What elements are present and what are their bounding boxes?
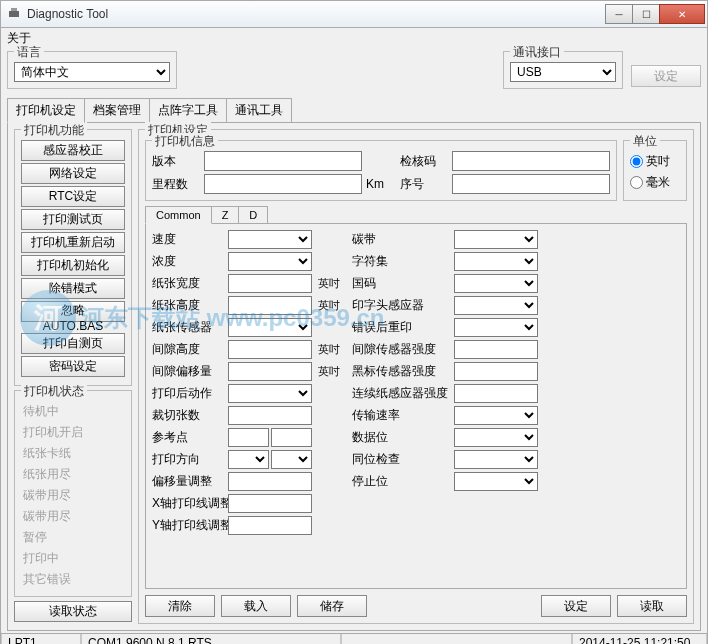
- baud-select[interactable]: [454, 406, 538, 425]
- country-select[interactable]: [454, 274, 538, 293]
- gap-height-field[interactable]: [228, 340, 312, 359]
- language-select[interactable]: 简体中文: [14, 62, 170, 82]
- cont-sensor-field[interactable]: [454, 384, 538, 403]
- status-item: 其它错误: [21, 569, 125, 590]
- comm-select[interactable]: USB: [510, 62, 616, 82]
- comm-set-button[interactable]: 设定: [631, 65, 701, 87]
- func-debug[interactable]: 除错模式: [21, 278, 125, 299]
- tab-comm-tool[interactable]: 通讯工具: [226, 98, 292, 123]
- ref-x-field[interactable]: [228, 428, 269, 447]
- bline-sensor-field[interactable]: [454, 362, 538, 381]
- reprint-select[interactable]: [454, 318, 538, 337]
- mileage-label: 里程数: [152, 176, 200, 193]
- shift-x-field[interactable]: [228, 494, 312, 513]
- save-button[interactable]: 储存: [297, 595, 367, 617]
- head-sensor-select[interactable]: [454, 296, 538, 315]
- media-sensor-select[interactable]: [228, 318, 312, 337]
- direction-select[interactable]: [228, 450, 269, 469]
- func-sensor-calib[interactable]: 感应器校正: [21, 140, 125, 161]
- close-button[interactable]: ✕: [659, 4, 705, 24]
- status-item: 纸张用尽: [21, 464, 125, 485]
- charset-select[interactable]: [454, 252, 538, 271]
- status-port: LPT1: [1, 634, 81, 644]
- subtab-common[interactable]: Common: [145, 206, 212, 224]
- databits-select[interactable]: [454, 428, 538, 447]
- tab-file-mgmt[interactable]: 档案管理: [84, 98, 150, 123]
- status-item: 碳带用尽: [21, 506, 125, 527]
- offset-adj-field[interactable]: [228, 472, 312, 491]
- window-title: Diagnostic Tool: [27, 7, 606, 21]
- func-init[interactable]: 打印机初始化: [21, 255, 125, 276]
- status-item: 待机中: [21, 401, 125, 422]
- app-icon: [7, 6, 23, 22]
- set-button[interactable]: 设定: [541, 595, 611, 617]
- func-restart[interactable]: 打印机重新启动: [21, 232, 125, 253]
- svg-rect-0: [9, 11, 19, 17]
- func-selftest[interactable]: 打印自测页: [21, 333, 125, 354]
- cut-count-field[interactable]: [228, 406, 312, 425]
- density-select[interactable]: [228, 252, 312, 271]
- func-test-page[interactable]: 打印测试页: [21, 209, 125, 230]
- subtab-z[interactable]: Z: [211, 206, 240, 224]
- status-spacer: [341, 634, 572, 644]
- printer-info-legend: 打印机信息: [152, 133, 218, 150]
- parity-select[interactable]: [454, 450, 538, 469]
- func-rtc[interactable]: RTC设定: [21, 186, 125, 207]
- status-item: 碳带用尽: [21, 485, 125, 506]
- checksum-field[interactable]: [452, 151, 610, 171]
- svg-rect-1: [11, 8, 17, 11]
- gap-sensor-field[interactable]: [454, 340, 538, 359]
- language-label: 语言: [14, 44, 44, 61]
- subtab-d[interactable]: D: [238, 206, 268, 224]
- unit-inch-radio[interactable]: [630, 155, 643, 168]
- checksum-label: 检核码: [400, 153, 448, 170]
- tab-printer-settings[interactable]: 打印机设定: [7, 98, 85, 123]
- serial-field[interactable]: [452, 174, 610, 194]
- status-item: 暂停: [21, 527, 125, 548]
- version-label: 版本: [152, 153, 200, 170]
- tab-bitmap-font[interactable]: 点阵字工具: [149, 98, 227, 123]
- ribbon-select[interactable]: [454, 230, 538, 249]
- printer-status-label: 打印机状态: [21, 383, 87, 400]
- printer-func-label: 打印机功能: [21, 122, 87, 139]
- status-item: 打印中: [21, 548, 125, 569]
- menu-about[interactable]: 关于: [7, 31, 31, 45]
- post-action-select[interactable]: [228, 384, 312, 403]
- mirror-select[interactable]: [271, 450, 312, 469]
- shift-y-field[interactable]: [228, 516, 312, 535]
- func-network[interactable]: 网络设定: [21, 163, 125, 184]
- status-datetime: 2014-11-25 11:21:50: [572, 634, 707, 644]
- read-button[interactable]: 读取: [617, 595, 687, 617]
- paper-width-field[interactable]: [228, 274, 312, 293]
- km-label: Km: [366, 177, 396, 191]
- func-ignore-autobas[interactable]: 忽略 AUTO.BAS: [21, 301, 125, 322]
- status-item: 打印机开启: [21, 422, 125, 443]
- comm-label: 通讯接口: [510, 44, 564, 61]
- status-item: 纸张卡纸: [21, 443, 125, 464]
- unit-legend: 单位: [630, 133, 660, 150]
- unit-mm-radio[interactable]: [630, 176, 643, 189]
- speed-select[interactable]: [228, 230, 312, 249]
- func-password[interactable]: 密码设定: [21, 356, 125, 377]
- serial-label: 序号: [400, 176, 448, 193]
- ref-y-field[interactable]: [271, 428, 312, 447]
- clear-button[interactable]: 清除: [145, 595, 215, 617]
- read-status-button[interactable]: 读取状态: [14, 601, 132, 622]
- gap-offset-field[interactable]: [228, 362, 312, 381]
- stopbits-select[interactable]: [454, 472, 538, 491]
- load-button[interactable]: 载入: [221, 595, 291, 617]
- minimize-button[interactable]: ─: [605, 4, 633, 24]
- version-field[interactable]: [204, 151, 362, 171]
- mileage-field[interactable]: [204, 174, 362, 194]
- status-com: COM1 9600,N,8,1 RTS: [81, 634, 341, 644]
- maximize-button[interactable]: ☐: [632, 4, 660, 24]
- paper-height-field[interactable]: [228, 296, 312, 315]
